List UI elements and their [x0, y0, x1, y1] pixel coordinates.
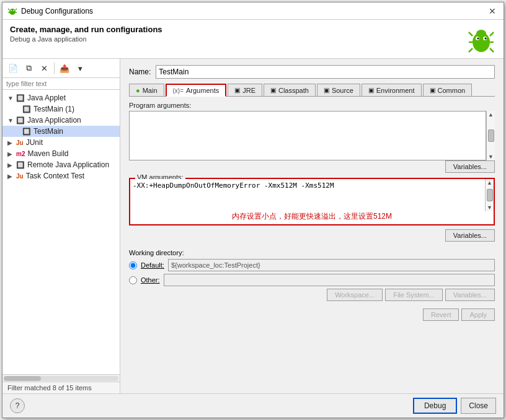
- tree-item-java-application[interactable]: ▼ 🔲 Java Application: [2, 115, 120, 126]
- tree-item-testmain[interactable]: 🔲 TestMain: [2, 126, 120, 137]
- horizontal-scrollbar[interactable]: [2, 374, 120, 382]
- working-dir-section: Working directory: Default: Other: Works…: [129, 249, 495, 306]
- tree-icon-task-context: Ju: [16, 173, 24, 180]
- expand-arrow-java-application: ▼: [7, 117, 14, 124]
- dialog-title: Debug Configurations: [21, 7, 93, 15]
- header-section: Create, manage, and run configurations D…: [2, 20, 504, 59]
- tab-classpath-label: Classpath: [278, 87, 309, 94]
- debug-button[interactable]: Debug: [413, 398, 457, 414]
- tab-environment-label: Environment: [376, 87, 415, 94]
- tab-main[interactable]: ● Main: [129, 84, 164, 96]
- tree-item-java-applet[interactable]: ▼ 🔲 Java Applet: [2, 92, 120, 103]
- tab-jre[interactable]: ▣ JRE: [228, 84, 262, 96]
- header-text: Create, manage, and run configurations D…: [10, 25, 162, 43]
- vscroll-up-arrow[interactable]: ▲: [488, 112, 494, 118]
- help-button[interactable]: ?: [10, 398, 25, 413]
- svg-point-10: [477, 38, 479, 40]
- tab-jre-label: JRE: [242, 87, 255, 94]
- debug-dialog: Debug Configurations ✕ Create, manage, a…: [2, 2, 504, 418]
- svg-line-4: [16, 9, 17, 10]
- tab-jre-icon: ▣: [234, 87, 240, 94]
- close-dialog-button[interactable]: Close: [461, 398, 496, 414]
- tab-main-label: Main: [143, 87, 158, 94]
- tree-item-task-context[interactable]: ▶ Ju Task Context Test: [2, 170, 120, 182]
- new-config-button[interactable]: 📄: [6, 61, 20, 75]
- vm-args-container: VM arguments: ▲ ▼ 内存设置小点，好能更快速溢出，这里设置512…: [129, 178, 495, 225]
- right-panel: Name: ● Main (x)= Arguments ▣ JRE ▣: [120, 59, 504, 393]
- program-args-vscroll: ▲ ▼: [486, 111, 495, 160]
- collapse-all-button[interactable]: ▾: [73, 61, 87, 75]
- tree-label-testmain-1: TestMain (1): [33, 105, 74, 113]
- apply-button[interactable]: Apply: [461, 308, 495, 321]
- other-path-input[interactable]: [164, 274, 495, 286]
- working-dir-label: Working directory:: [129, 249, 495, 256]
- tab-arguments-label: Arguments: [186, 87, 219, 94]
- tree-icon-java-applet: 🔲: [16, 94, 25, 102]
- dir-buttons-row: Workspace... File System... Variables...: [129, 289, 495, 301]
- other-radio[interactable]: [129, 276, 137, 284]
- variables-btn3[interactable]: Variables...: [445, 289, 495, 301]
- expand-arrow-junit: ▶: [7, 139, 14, 146]
- close-window-button[interactable]: ✕: [486, 6, 499, 16]
- scrollbar-track: [4, 376, 118, 381]
- default-radio-row: Default:: [129, 259, 495, 271]
- delete-config-button[interactable]: ✕: [37, 61, 51, 75]
- tab-common-label: Common: [438, 87, 466, 94]
- tree-item-remote-java[interactable]: ▶ 🔲 Remote Java Application: [2, 159, 120, 170]
- bug-title-icon: [7, 6, 17, 16]
- tree-label-task-context: Task Context Test: [26, 172, 85, 180]
- tree-label-testmain: TestMain: [33, 127, 63, 136]
- svg-line-16: [469, 48, 473, 52]
- tab-environment[interactable]: ▣ Environment: [362, 84, 422, 96]
- tab-classpath[interactable]: ▣ Classpath: [264, 84, 316, 96]
- filter-input[interactable]: [2, 78, 120, 90]
- default-path-input: [168, 259, 495, 271]
- revert-button[interactable]: Revert: [423, 308, 459, 321]
- svg-line-12: [469, 32, 473, 36]
- scrollbar-thumb: [4, 376, 41, 381]
- svg-point-1: [11, 10, 12, 11]
- revert-apply-row: Revert Apply: [129, 308, 495, 321]
- bottom-bar-left: ?: [10, 398, 25, 413]
- tree-icon-testmain: 🔲: [22, 128, 31, 136]
- file-system-button[interactable]: File System...: [385, 289, 443, 301]
- tab-source[interactable]: ▣ Source: [317, 84, 360, 96]
- svg-line-3: [8, 9, 9, 10]
- tree-icon-java-application: 🔲: [16, 116, 25, 125]
- tree-item-testmain-1[interactable]: 🔲 TestMain (1): [2, 103, 120, 115]
- tab-source-label: Source: [332, 87, 353, 94]
- variables-btn1-row: Variables...: [129, 160, 495, 173]
- tree-item-maven[interactable]: ▶ m2 Maven Build: [2, 148, 120, 159]
- variables-btn1[interactable]: Variables...: [445, 160, 495, 173]
- export-config-button[interactable]: 📤: [58, 61, 71, 75]
- header-title: Create, manage, and run configurations: [10, 25, 162, 34]
- title-bar: Debug Configurations ✕: [2, 2, 504, 20]
- vscroll-thumb: [488, 129, 494, 142]
- other-radio-label: Other:: [141, 276, 160, 284]
- svg-point-18: [476, 30, 486, 37]
- workspace-button[interactable]: Workspace...: [327, 289, 383, 301]
- vscroll-down-arrow[interactable]: ▼: [488, 154, 494, 160]
- vm-args-textarea[interactable]: [130, 179, 485, 211]
- tree-item-junit[interactable]: ▶ Ju JUnit: [2, 137, 120, 148]
- tab-common[interactable]: ▣ Common: [423, 84, 473, 96]
- tree-label-maven: Maven Build: [27, 149, 68, 158]
- vm-args-wrapper: ▲ ▼: [130, 179, 494, 211]
- default-radio[interactable]: [129, 261, 137, 269]
- tab-common-icon: ▣: [430, 87, 435, 94]
- bug-header-icon: [466, 25, 496, 55]
- svg-point-0: [9, 9, 16, 15]
- name-input[interactable]: [156, 65, 495, 79]
- tree-label-java-applet: Java Applet: [27, 94, 66, 102]
- variables-btn2[interactable]: Variables...: [445, 229, 495, 242]
- vm-vscroll-up[interactable]: ▲: [487, 180, 492, 186]
- program-args-textarea[interactable]: [129, 111, 486, 160]
- duplicate-config-button[interactable]: ⧉: [22, 61, 35, 75]
- tree-icon-maven: m2: [16, 151, 25, 157]
- left-panel: 📄 ⧉ ✕ 📤 ▾ ▼ 🔲 Java Applet 🔲 TestMain (1): [2, 59, 120, 393]
- vm-vscroll-down[interactable]: ▼: [487, 204, 492, 211]
- expand-arrow-remote-java: ▶: [7, 162, 14, 168]
- tab-arguments[interactable]: (x)= Arguments: [166, 84, 227, 97]
- expand-arrow-java-applet: ▼: [7, 95, 14, 102]
- title-bar-left: Debug Configurations: [7, 6, 93, 16]
